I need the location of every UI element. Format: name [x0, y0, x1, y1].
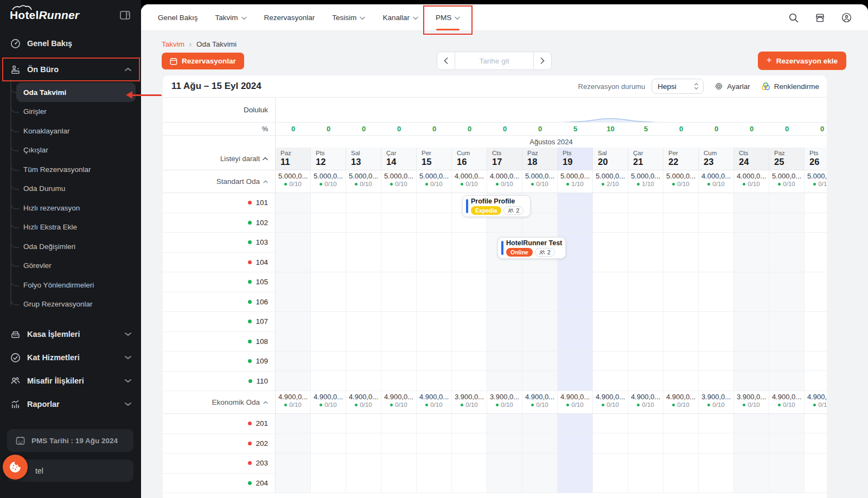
- rate-cell[interactable]: 5.000,0... 0/10: [311, 170, 346, 193]
- day-column[interactable]: [805, 414, 827, 493]
- topnav-item[interactable]: Tesisim: [325, 4, 375, 30]
- pms-date-button[interactable]: PMS Tarihi : 19 Ağu 2024: [7, 429, 133, 452]
- day-header-cell[interactable]: Sal 13: [346, 148, 381, 170]
- rate-cell[interactable]: 5.000,0... 0/10: [805, 170, 827, 193]
- rate-cell[interactable]: 4.900,0... 0/10: [805, 391, 827, 413]
- room-label-row[interactable]: 106: [163, 292, 275, 312]
- day-column[interactable]: [522, 414, 558, 493]
- room-label-row[interactable]: 108: [163, 332, 275, 352]
- rate-cell[interactable]: 5.000,0... 0/10: [381, 170, 417, 193]
- rate-cell[interactable]: 4.900,0... 0/10: [381, 391, 417, 413]
- topnav-item[interactable]: Genel Bakış: [151, 4, 208, 30]
- rate-cell[interactable]: 4.000,0... 0/10: [487, 170, 522, 193]
- day-column[interactable]: [769, 193, 805, 391]
- day-column[interactable]: [417, 193, 452, 391]
- rate-cell[interactable]: 4.900,0... 0/10: [522, 391, 558, 413]
- day-header-cell[interactable]: Pts 26: [805, 148, 827, 170]
- search-icon[interactable]: [789, 13, 799, 23]
- sidebar-subitem[interactable]: Oda Takvimi: [16, 82, 136, 102]
- sidebar-item-kat-hizmetleri[interactable]: Kat Hizmetleri: [0, 346, 141, 369]
- day-column[interactable]: [417, 414, 452, 493]
- rate-cell[interactable]: 5.000,0... 0/10: [769, 170, 805, 193]
- rate-cell[interactable]: 3.900,0... 0/10: [699, 391, 734, 413]
- add-reservation-button[interactable]: + Rezervasyon ekle: [758, 52, 846, 70]
- booking-card[interactable]: Profile Profile Expedia 2: [462, 195, 531, 217]
- day-column[interactable]: [276, 193, 311, 391]
- rate-cell[interactable]: 4.000,0... 0/10: [452, 170, 487, 193]
- rate-cell[interactable]: 5.000,0... 1/10: [628, 170, 663, 193]
- room-label-row[interactable]: 101: [163, 193, 275, 213]
- topnav-item[interactable]: Takvim: [208, 4, 257, 30]
- sidebar-subitem[interactable]: Girişler: [0, 102, 141, 122]
- sidebar-item-kasa-islemleri[interactable]: Kasa İşlemleri: [0, 323, 141, 346]
- rate-cell[interactable]: 4.900,0... 0/10: [417, 391, 452, 413]
- day-column[interactable]: [593, 414, 628, 493]
- sidebar-subitem[interactable]: Oda Değişimleri: [0, 237, 141, 257]
- rate-cell[interactable]: 5.000,0... 0/10: [417, 170, 452, 193]
- sidebar-subitem[interactable]: Hızlı rezervasyon: [0, 199, 141, 218]
- topnav-item[interactable]: PMS: [429, 4, 467, 30]
- room-label-row[interactable]: 105: [163, 272, 275, 292]
- reservations-button[interactable]: Rezervasyonlar: [162, 53, 244, 69]
- rate-cell[interactable]: 3.900,0... 0/10: [487, 391, 522, 413]
- rate-cell[interactable]: 3.900,0... 0/10: [734, 391, 769, 413]
- rate-cell[interactable]: 3.900,0... 0/10: [452, 391, 487, 413]
- room-label-row[interactable]: 110: [163, 372, 275, 392]
- day-column[interactable]: [487, 414, 522, 493]
- day-header-cell[interactable]: Paz 25: [769, 148, 805, 170]
- sidebar-item-raporlar[interactable]: Raporlar: [0, 393, 141, 416]
- rate-cell[interactable]: 5.000,0... 0/10: [522, 170, 558, 193]
- day-column[interactable]: [769, 414, 805, 493]
- rate-cell[interactable]: 4.900,0... 0/10: [346, 391, 381, 413]
- room-label-row[interactable]: 203: [163, 454, 275, 474]
- day-header-cell[interactable]: Cum 16: [452, 148, 487, 170]
- rate-cell[interactable]: 4.000,0... 0/10: [699, 170, 734, 193]
- day-header-cell[interactable]: Cts 24: [734, 148, 769, 170]
- sidebar-subitem[interactable]: Folyo Yönlendirmeleri: [0, 276, 141, 295]
- day-header-cell[interactable]: Cts 17: [487, 148, 522, 170]
- rate-cell[interactable]: 4.900,0... 0/10: [769, 391, 805, 413]
- sidebar-subitem[interactable]: Hızlı Ekstra Ekle: [0, 218, 141, 237]
- day-column[interactable]: [346, 414, 381, 493]
- room-label-row[interactable]: 202: [163, 434, 275, 454]
- rate-cell[interactable]: 4.900,0... 0/10: [628, 391, 663, 413]
- day-header-cell[interactable]: Pts 19: [558, 148, 593, 170]
- sidebar-item-misafir-iliskileri[interactable]: Misafir İlişkileri: [0, 369, 141, 393]
- topnav-item[interactable]: Rezervasyonlar: [257, 4, 326, 30]
- day-column[interactable]: [522, 193, 558, 391]
- rate-cell[interactable]: 4.000,0... 0/10: [734, 170, 769, 193]
- coloring-button[interactable]: Renklendirme: [761, 82, 819, 91]
- day-column[interactable]: [487, 193, 522, 391]
- sidebar-subitem[interactable]: Görevler: [0, 256, 141, 276]
- room-label-row[interactable]: 109: [163, 352, 275, 372]
- next-date-button[interactable]: [533, 52, 552, 70]
- day-column[interactable]: [311, 193, 346, 391]
- marketplace-icon[interactable]: [815, 13, 825, 23]
- hotelrunner-logo[interactable]: HotelRunner: [10, 9, 79, 22]
- goto-date-input[interactable]: [455, 52, 533, 70]
- day-column[interactable]: [593, 193, 628, 391]
- sidebar-subitem[interactable]: Grup Rezervasyonlar: [0, 295, 141, 314]
- sidebar-subitem[interactable]: Tüm Rezervasyonlar: [0, 160, 141, 180]
- day-column[interactable]: [381, 414, 417, 493]
- rate-cell[interactable]: 4.900,0... 0/10: [558, 391, 593, 413]
- rate-cell[interactable]: 4.900,0... 0/10: [663, 391, 699, 413]
- day-column[interactable]: [558, 193, 593, 391]
- rate-cell[interactable]: 5.000,0... 2/10: [593, 170, 628, 193]
- room-label-row[interactable]: 103: [163, 233, 275, 253]
- day-header-cell[interactable]: Paz 11: [276, 148, 311, 170]
- day-column[interactable]: [663, 414, 699, 493]
- room-label-row[interactable]: 102: [163, 213, 275, 233]
- settings-button[interactable]: Ayarlar: [714, 82, 750, 91]
- sidebar-collapse-icon[interactable]: [120, 11, 130, 20]
- cookie-settings-button[interactable]: [3, 455, 28, 480]
- prev-date-button[interactable]: [437, 52, 455, 70]
- rate-cell[interactable]: 5.000,0... 1/10: [558, 170, 593, 193]
- day-header-cell[interactable]: Per 15: [417, 148, 452, 170]
- sidebar-subitem[interactable]: Konaklayanlar: [0, 122, 141, 141]
- day-header-cell[interactable]: Çar 14: [381, 148, 417, 170]
- day-column[interactable]: [734, 414, 769, 493]
- room-label-row[interactable]: 201: [163, 414, 275, 434]
- day-header-cell[interactable]: Pts 12: [311, 148, 346, 170]
- day-header-cell[interactable]: Cum 23: [699, 148, 734, 170]
